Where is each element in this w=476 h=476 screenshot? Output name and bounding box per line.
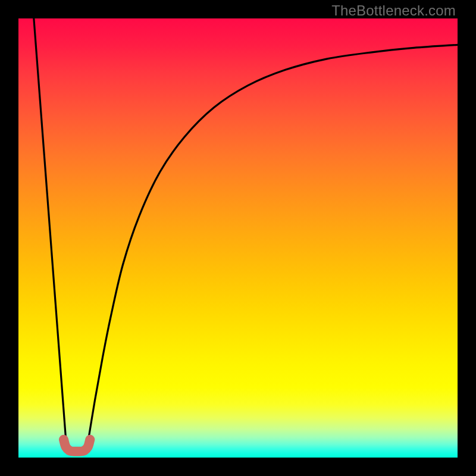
watermark-text: TheBottleneck.com (331, 2, 456, 19)
chart-frame: TheBottleneck.com (0, 0, 476, 476)
curve-group (34, 18, 458, 452)
curves-svg (18, 18, 458, 458)
left-line (34, 18, 67, 451)
trough-marker (64, 440, 90, 452)
plot-area (18, 18, 458, 458)
right-curve (86, 45, 458, 451)
